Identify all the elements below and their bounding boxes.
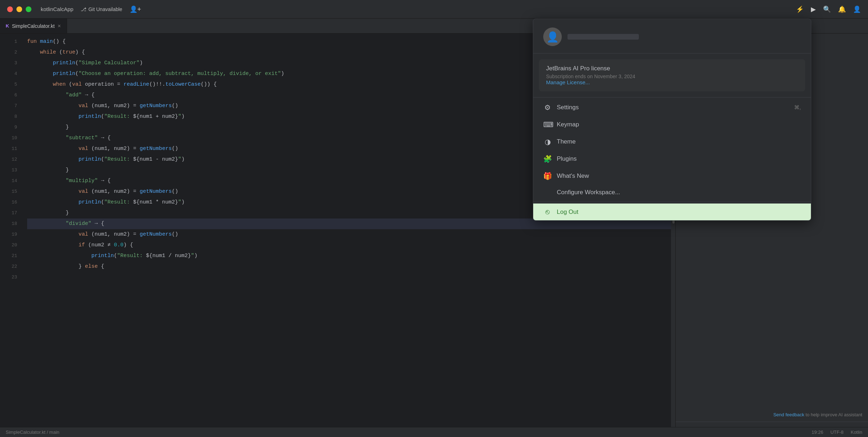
manage-license-link[interactable]: Manage License... xyxy=(546,79,590,85)
license-subtitle: Subscription ends on November 3, 2024 xyxy=(546,74,798,79)
line-numbers: 1 2 3 4 5 6 7 8 9 10 11 12 13 14 15 16 1… xyxy=(0,34,21,437)
code-line-22: println("Result: ${num1 / num2}") xyxy=(27,251,671,261)
menu-item-configure-workspace[interactable]: Configure Workspace... xyxy=(533,185,811,200)
plugins-label: Plugins xyxy=(557,155,577,162)
status-time: 19:26 xyxy=(812,430,823,435)
code-line-20: val (num1, num2) = getNumbers() xyxy=(27,229,671,240)
status-file-path: SimpleCalculator.kt / main xyxy=(6,430,59,435)
feedback-suffix: to help improve AI assistant xyxy=(806,412,862,417)
menu-divider-bottom xyxy=(533,202,811,202)
tab-close-button[interactable]: ✕ xyxy=(57,24,61,29)
menu-item-theme[interactable]: ◑ Theme xyxy=(533,133,811,150)
profile-header: 👤 xyxy=(533,19,811,54)
lightning-icon[interactable]: ⚡ xyxy=(796,5,804,13)
menu-divider-top xyxy=(533,97,811,97)
status-right: 19:26 UTF-8 Kotlin xyxy=(812,430,862,435)
code-line-21: if (num2 ≠ 0.0) { xyxy=(27,240,671,251)
menu-item-plugins[interactable]: 🧩 Plugins xyxy=(533,150,811,167)
code-line-23: } else { xyxy=(27,261,671,272)
send-feedback-link[interactable]: Send feedback xyxy=(773,412,804,417)
main-container: K SimpleCalculator.kt ✕ 1 2 3 4 5 6 7 8 … xyxy=(0,19,868,437)
settings-icon: ⚙ xyxy=(543,103,552,112)
close-button[interactable] xyxy=(7,6,13,12)
keymap-icon: ⌨ xyxy=(543,120,552,129)
titlebar: kotlinCalcApp ⎇ Git Unavailable 👤+ ⚡ ▶ 🔍… xyxy=(0,0,868,19)
plugins-icon: 🧩 xyxy=(543,155,552,163)
titlebar-actions: ⚡ ▶ 🔍 🔔 👤 xyxy=(796,5,861,13)
tab-filename: SimpleCalculator.kt xyxy=(12,23,55,29)
maximize-button[interactable] xyxy=(26,6,31,12)
app-name: kotlinCalcApp xyxy=(41,6,74,12)
kotlin-icon: K xyxy=(6,23,9,29)
minimize-button[interactable] xyxy=(16,6,22,12)
ai-panel: @ AI 👤 JetBrains AI Pro license Subscrip… xyxy=(675,19,868,437)
license-title: JetBrains AI Pro license xyxy=(546,65,798,72)
git-status[interactable]: ⎇ Git Unavailable xyxy=(81,6,122,12)
settings-label: Settings xyxy=(557,104,579,111)
titlebar-center: kotlinCalcApp ⎇ Git Unavailable 👤+ xyxy=(41,5,141,13)
menu-item-keymap[interactable]: ⌨ Keymap xyxy=(533,116,811,133)
avatar: 👤 xyxy=(543,27,562,46)
avatar-icon: 👤 xyxy=(546,31,559,43)
file-tab[interactable]: K SimpleCalculator.kt ✕ xyxy=(0,19,67,33)
run-icon[interactable]: ▶ xyxy=(811,5,816,13)
profile-name-placeholder xyxy=(567,34,639,40)
status-bar: SimpleCalculator.kt / main 19:26 UTF-8 K… xyxy=(0,427,868,437)
logout-icon: ⎋ xyxy=(543,208,552,216)
profile-icon[interactable]: 👤 xyxy=(853,5,861,13)
status-language: Kotlin xyxy=(851,430,862,435)
whats-new-icon: 🎁 xyxy=(543,172,552,180)
whats-new-label: What's New xyxy=(557,172,589,180)
add-person-icon[interactable]: 👤+ xyxy=(130,5,141,13)
menu-item-logout[interactable]: ⎋ Log Out xyxy=(533,204,811,220)
status-encoding: UTF-8 xyxy=(831,430,844,435)
traffic-lights xyxy=(7,6,31,12)
menu-item-whats-new[interactable]: 🎁 What's New xyxy=(533,167,811,185)
license-box: JetBrains AI Pro license Subscription en… xyxy=(539,59,805,91)
menu-item-settings[interactable]: ⚙ Settings ⌘, xyxy=(533,99,811,116)
profile-dropdown: 👤 JetBrains AI Pro license Subscription … xyxy=(533,19,811,221)
notifications-icon[interactable]: 🔔 xyxy=(838,5,846,13)
logout-label: Log Out xyxy=(557,209,579,216)
ai-feedback: Send feedback to help improve AI assista… xyxy=(676,409,868,422)
theme-icon: ◑ xyxy=(543,137,552,146)
theme-label: Theme xyxy=(557,138,576,145)
configure-workspace-label: Configure Workspace... xyxy=(557,189,620,196)
git-icon: ⎇ xyxy=(81,6,86,12)
keymap-label: Keymap xyxy=(557,121,579,128)
search-icon[interactable]: 🔍 xyxy=(823,5,831,13)
settings-shortcut: ⌘, xyxy=(794,104,801,111)
